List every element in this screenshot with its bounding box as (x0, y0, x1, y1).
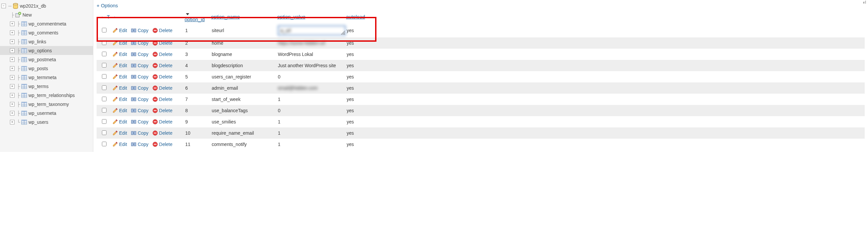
header-option-value[interactable]: option_value (275, 12, 343, 21)
copy-button[interactable]: Copy (131, 28, 149, 33)
tree-table-wp_termmeta[interactable]: + ├ wp_termmeta (0, 73, 93, 82)
tree-table-wp_term_taxonomy[interactable]: + ├ wp_term_taxonomy (0, 99, 93, 109)
edit-button[interactable]: Edit (113, 119, 127, 124)
header-option-name[interactable]: option_name (208, 12, 275, 21)
expand-icon[interactable]: + (10, 75, 14, 80)
header-autoload[interactable]: autoload (343, 12, 373, 21)
copy-button[interactable]: Copy (131, 97, 149, 102)
copy-button[interactable]: Copy (131, 108, 149, 113)
table-row: Edit Copy Delete 10 require_name_email 1… (97, 127, 865, 139)
delete-button[interactable]: Delete (153, 119, 172, 124)
expand-icon[interactable]: + (10, 22, 14, 26)
edit-value-input[interactable] (278, 26, 346, 35)
expand-icon[interactable]: + (10, 84, 14, 89)
expand-icon[interactable]: + (10, 48, 14, 53)
edit-button[interactable]: Edit (113, 97, 127, 102)
sort-arrows[interactable]: ←T→ (97, 13, 182, 20)
row-checkbox[interactable] (102, 108, 106, 113)
row-actions: Edit Copy Delete (110, 140, 183, 149)
tree-table-wp_commentmeta[interactable]: + ├ wp_commentmeta (0, 19, 93, 28)
svg-rect-89 (131, 98, 133, 101)
copy-button[interactable]: Copy (131, 52, 149, 57)
edit-button[interactable]: Edit (113, 40, 127, 46)
edit-label: Edit (119, 52, 127, 57)
delete-button[interactable]: Delete (153, 74, 172, 80)
row-checkbox[interactable] (102, 74, 106, 79)
edit-label: Edit (119, 108, 127, 113)
delete-button[interactable]: Delete (153, 142, 172, 147)
edit-button[interactable]: Edit (113, 85, 127, 91)
row-checkbox[interactable] (102, 63, 106, 67)
expand-icon[interactable]: + (10, 57, 14, 62)
edit-button[interactable]: Edit (113, 142, 127, 147)
cell-autoload: yes (344, 72, 374, 81)
expand-icon[interactable]: + (10, 93, 14, 98)
tree-table-wp_usermeta[interactable]: + ├ wp_usermeta (0, 109, 93, 117)
copy-button[interactable]: Copy (131, 119, 149, 124)
row-checkbox[interactable] (102, 119, 106, 124)
edit-button[interactable]: Edit (113, 74, 127, 80)
edit-label: Edit (119, 28, 127, 33)
copy-label: Copy (137, 63, 149, 68)
tree-table-wp_term_relationships[interactable]: + ├ wp_term_relationships (0, 91, 93, 99)
tree-table-wp_options[interactable]: + ├ wp_options (0, 46, 93, 55)
row-checkbox[interactable] (102, 142, 106, 146)
svg-rect-92 (154, 99, 156, 99)
table-label: wp_usermeta (28, 111, 56, 116)
svg-rect-90 (134, 98, 136, 101)
row-actions: Edit Copy Delete (110, 106, 183, 115)
cell-autoload: yes (344, 83, 374, 93)
expand-icon[interactable]: + (10, 30, 14, 35)
edit-button[interactable]: Edit (113, 63, 127, 68)
row-checkbox[interactable] (102, 40, 106, 45)
row-checkbox[interactable] (102, 52, 106, 56)
row-checkbox[interactable] (102, 130, 106, 135)
copy-button[interactable]: Copy (131, 85, 149, 91)
database-icon (12, 3, 19, 9)
header-option-id[interactable]: option_id (182, 9, 208, 24)
tree-table-wp_postmeta[interactable]: + ├ wp_postmeta (0, 55, 93, 64)
expand-icon[interactable]: + (10, 66, 14, 71)
tree-new[interactable]: ├ New (0, 10, 93, 19)
copy-button[interactable]: Copy (131, 142, 149, 147)
edit-button[interactable]: Edit (113, 28, 127, 33)
copy-button[interactable]: Copy (131, 74, 149, 80)
tree-table-wp_posts[interactable]: + ├ wp_posts (0, 64, 93, 73)
table-icon (21, 39, 27, 45)
row-checkbox[interactable] (102, 97, 106, 101)
edit-button[interactable]: Edit (113, 130, 127, 136)
delete-button[interactable]: Delete (153, 40, 172, 46)
tree-table-wp_users[interactable]: + └ wp_users (0, 117, 93, 126)
row-checkbox-cell (97, 95, 110, 104)
delete-button[interactable]: Delete (153, 130, 172, 136)
delete-button[interactable]: Delete (153, 97, 172, 102)
row-checkbox[interactable] (102, 28, 106, 32)
tree-table-wp_terms[interactable]: + ├ wp_terms (0, 82, 93, 91)
options-link[interactable]: + Options (97, 2, 118, 9)
collapse-icon[interactable]: − (1, 4, 6, 8)
expand-icon[interactable]: + (10, 120, 14, 124)
expand-icon[interactable]: + (10, 102, 14, 107)
resize-handle-icon[interactable] (341, 31, 345, 35)
copy-button[interactable]: Copy (131, 40, 149, 46)
tree-table-wp_links[interactable]: + ├ wp_links (0, 37, 93, 46)
delete-label: Delete (159, 119, 172, 124)
expand-icon[interactable]: + (10, 111, 14, 116)
expand-icon[interactable]: + (10, 39, 14, 44)
copy-button[interactable]: Copy (131, 130, 149, 136)
tree-database[interactable]: − ─ wp2021x_db (0, 1, 93, 10)
row-checkbox-cell (97, 38, 110, 48)
edit-button[interactable]: Edit (113, 52, 127, 57)
tree-table-wp_comments[interactable]: + ├ wp_comments (0, 28, 93, 37)
row-checkbox[interactable] (102, 85, 106, 90)
delete-button[interactable]: Delete (153, 28, 172, 33)
delete-button[interactable]: Delete (153, 52, 172, 57)
copy-icon (131, 40, 136, 46)
delete-label: Delete (159, 97, 172, 102)
delete-button[interactable]: Delete (153, 63, 172, 68)
copy-button[interactable]: Copy (131, 63, 149, 68)
edit-button[interactable]: Edit (113, 108, 127, 113)
delete-button[interactable]: Delete (153, 85, 172, 91)
delete-button[interactable]: Delete (153, 108, 172, 113)
delete-label: Delete (159, 28, 172, 33)
